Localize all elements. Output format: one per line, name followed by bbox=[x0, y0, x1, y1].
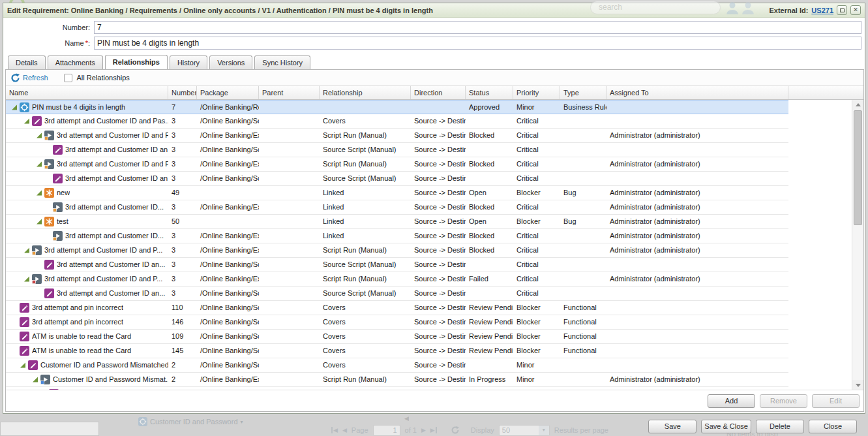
table-row[interactable]: Customer ID and Password Mismat...2/Onli… bbox=[6, 373, 788, 387]
expander-icon[interactable] bbox=[36, 218, 43, 225]
expander-icon[interactable] bbox=[36, 132, 43, 139]
table-row[interactable]: ATM is unable to read the Card145/Online… bbox=[6, 344, 788, 358]
expander-slot[interactable] bbox=[36, 218, 44, 225]
table-row[interactable]: 3rd attempt and Customer ID and P...3/On… bbox=[6, 157, 788, 172]
cell-name: 3rd attempt and Customer ID and P... bbox=[6, 157, 168, 171]
cell-type bbox=[560, 157, 606, 171]
cell-package: /Online Banking/Scr bbox=[197, 315, 259, 329]
cell-priority: Critical bbox=[513, 243, 560, 257]
expander-slot[interactable] bbox=[23, 117, 32, 125]
save-close-button[interactable]: Save & Close bbox=[701, 420, 751, 433]
table-row[interactable]: PIN must be 4 digits in length7/Online B… bbox=[6, 100, 788, 114]
all-relationships-checkbox[interactable] bbox=[64, 74, 72, 82]
delete-button[interactable]: Delete bbox=[756, 420, 804, 433]
expander-slot[interactable] bbox=[23, 275, 32, 283]
cell-priority: Critical bbox=[513, 172, 560, 185]
cell-parent bbox=[259, 272, 320, 286]
column-header-assigned-to[interactable]: Assigned To bbox=[606, 86, 788, 99]
table-row[interactable]: new49LinkedSource -> DestinaticOpenBlock… bbox=[6, 186, 788, 200]
table-row[interactable]: test50LinkedSource -> DestinaticOpenBloc… bbox=[6, 215, 788, 229]
table-row[interactable]: 3rd attempt and Customer ID and Pas...3/… bbox=[6, 114, 788, 129]
maximize-button[interactable] bbox=[837, 5, 847, 15]
cell-name: 3rd attempt and Customer ID an... bbox=[6, 287, 168, 300]
vertical-scrollbar[interactable] bbox=[852, 100, 863, 390]
column-header-parent[interactable]: Parent bbox=[259, 86, 320, 99]
cell-status bbox=[466, 287, 513, 300]
cell-parent bbox=[259, 243, 320, 257]
expander-icon[interactable] bbox=[20, 362, 27, 369]
expander-slot[interactable] bbox=[36, 132, 44, 139]
cell-priority: Critical bbox=[513, 157, 560, 171]
table-row[interactable]: 3rd attempt and Customer ID an...3/Onlin… bbox=[6, 172, 788, 186]
expander-icon[interactable] bbox=[32, 376, 39, 383]
close-window-button[interactable]: ✕ bbox=[850, 5, 861, 15]
expander-icon[interactable] bbox=[23, 247, 31, 254]
cell-relationship: Linked bbox=[320, 229, 411, 243]
save-button[interactable]: Save bbox=[648, 420, 696, 433]
cell-status bbox=[466, 143, 513, 157]
column-header-number[interactable]: Number bbox=[168, 86, 197, 99]
table-row[interactable]: ATM is unable to read the Card109/Online… bbox=[6, 330, 788, 344]
column-header-status[interactable]: Status bbox=[466, 86, 513, 99]
column-header-direction[interactable]: Direction bbox=[411, 86, 466, 99]
name-field[interactable] bbox=[94, 37, 861, 50]
column-header-type[interactable]: Type bbox=[560, 86, 606, 99]
number-field[interactable] bbox=[94, 21, 861, 34]
cell-relationship: Script Run (Manual) bbox=[320, 129, 411, 142]
cell-status: Approved bbox=[466, 101, 513, 114]
tab-relationships[interactable]: Relationships bbox=[105, 55, 168, 70]
expander-icon[interactable] bbox=[23, 275, 31, 283]
expander-slot[interactable] bbox=[11, 104, 20, 111]
table-row[interactable]: 3rd attempt and Customer ID and P...3/On… bbox=[6, 243, 788, 258]
expander-slot[interactable] bbox=[23, 247, 32, 254]
column-header-priority[interactable]: Priority bbox=[513, 86, 560, 99]
table-row[interactable]: 3rd attempt and Customer ID an...3/Onlin… bbox=[6, 287, 788, 301]
expander-icon[interactable] bbox=[36, 189, 43, 196]
expander-slot[interactable] bbox=[32, 376, 40, 383]
refresh-button[interactable]: Refresh bbox=[10, 73, 48, 83]
table-row[interactable]: 3rd attempt and Customer ID and P...3/On… bbox=[6, 129, 788, 143]
cell-name: 3rd attempt and Customer ID an... bbox=[6, 143, 168, 157]
external-id-link[interactable]: US271 bbox=[811, 7, 833, 14]
add-button[interactable]: Add bbox=[708, 394, 755, 408]
table-row[interactable]: 3rd attempt and Customer ID...3/Online B… bbox=[6, 200, 788, 215]
cell-direction: Source -> Destinatic bbox=[411, 172, 466, 185]
expander-slot[interactable] bbox=[20, 362, 28, 369]
search-input: search bbox=[590, 1, 721, 14]
tab-sync-history[interactable]: Sync History bbox=[254, 55, 310, 70]
cell-name: 3rd attempt and pin incorrect bbox=[6, 301, 168, 315]
user-avatar-icon bbox=[741, 1, 755, 14]
scroll-down-button[interactable] bbox=[852, 380, 863, 390]
close-button[interactable]: Close bbox=[809, 420, 857, 433]
expander-icon[interactable] bbox=[36, 161, 43, 168]
cell-type bbox=[560, 287, 606, 300]
column-header-package[interactable]: Package bbox=[197, 86, 259, 99]
table-row[interactable]: 3rd attempt and pin incorrect146/Online … bbox=[6, 315, 788, 330]
column-header-name[interactable]: Name bbox=[6, 86, 168, 99]
expander-icon[interactable] bbox=[11, 104, 18, 111]
table-row[interactable]: 3rd attempt and Customer ID an...3/Onlin… bbox=[6, 258, 788, 272]
cell-type bbox=[560, 373, 606, 386]
scrollbar-thumb[interactable] bbox=[854, 110, 862, 225]
row-name-text: 3rd attempt and Customer ID... bbox=[65, 200, 164, 214]
table-row[interactable]: 3rd attempt and Customer ID and P...3/On… bbox=[6, 272, 788, 287]
column-header-relationship[interactable]: Relationship bbox=[320, 86, 411, 99]
row-name-text: 3rd attempt and Customer ID and P... bbox=[57, 157, 168, 171]
cell-type bbox=[560, 143, 606, 157]
tab-history[interactable]: History bbox=[170, 55, 207, 70]
tab-details[interactable]: Details bbox=[8, 55, 46, 70]
cell-assigned-to bbox=[606, 344, 788, 358]
cell-number: 3 bbox=[168, 258, 197, 272]
table-row[interactable]: 3rd attempt and Customer ID...3/Online B… bbox=[6, 229, 788, 243]
expander-slot[interactable] bbox=[36, 189, 44, 196]
table-row[interactable]: Customer ID and Password Mismatched2/Onl… bbox=[6, 358, 788, 373]
expander-slot[interactable] bbox=[36, 161, 44, 168]
table-row[interactable]: 3rd attempt and pin incorrect110/Online … bbox=[6, 301, 788, 315]
table-row[interactable]: 3rd attempt and Customer ID an...3/Onlin… bbox=[6, 143, 788, 157]
tab-attachments[interactable]: Attachments bbox=[48, 55, 103, 70]
expander-icon[interactable] bbox=[23, 117, 31, 125]
cell-type: Bug bbox=[560, 186, 606, 200]
scroll-up-button[interactable] bbox=[852, 100, 863, 110]
cell-parent bbox=[259, 101, 320, 114]
tab-versions[interactable]: Versions bbox=[209, 55, 252, 70]
